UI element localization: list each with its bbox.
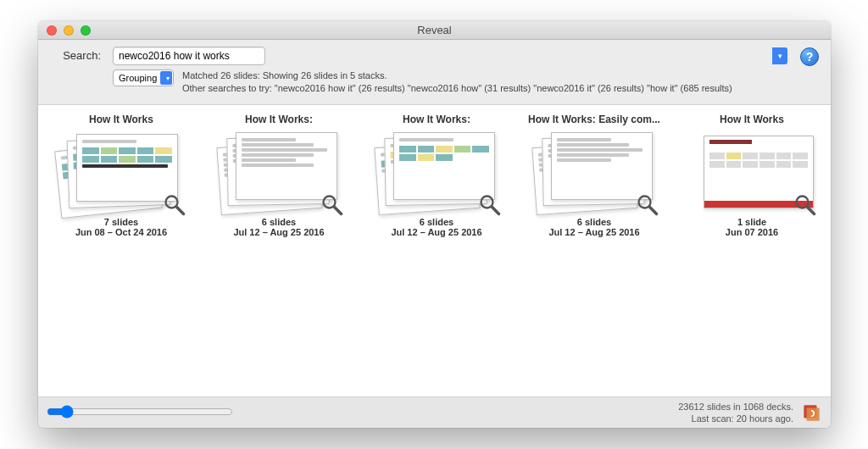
chevron-down-icon: ▾ bbox=[778, 52, 782, 60]
stack-date-range: Jul 12 – Aug 25 2016 bbox=[360, 227, 513, 237]
stack-count: 6 slides bbox=[203, 217, 355, 227]
help-button[interactable]: ? bbox=[800, 47, 819, 66]
stack-count: 1 slide bbox=[676, 217, 828, 227]
magnify-icon[interactable] bbox=[793, 193, 817, 217]
stack-thumbnails bbox=[58, 130, 185, 213]
stack-count: 6 slides bbox=[360, 217, 513, 227]
stack-thumbnails bbox=[373, 130, 500, 213]
stack-date-range: Jun 08 – Oct 24 2016 bbox=[45, 227, 198, 237]
search-input[interactable] bbox=[113, 47, 265, 65]
svg-line-3 bbox=[334, 207, 341, 213]
stack-title: How It Works: Easily com... bbox=[518, 114, 670, 125]
stack-title: How It Works bbox=[45, 114, 198, 125]
slide-stack[interactable]: How It Works: Easily com... 6 slides Jul… bbox=[518, 114, 670, 393]
magnify-icon[interactable] bbox=[478, 193, 502, 217]
app-icon[interactable] bbox=[800, 402, 822, 424]
zoom-slider-area bbox=[47, 405, 233, 420]
slide-stack[interactable]: How It Works 1 slide Jun 07 2016 bbox=[676, 114, 828, 393]
status-bar: 23612 slides in 1068 decks. Last scan: 2… bbox=[38, 397, 831, 428]
app-window: Reveal Search: ▾ Grouping ▾ bbox=[38, 21, 831, 428]
window-title: Reveal bbox=[38, 24, 831, 36]
results-summary: Matched 26 slides: Showing 26 slides in … bbox=[182, 69, 732, 82]
stack-date-range: Jul 12 – Aug 25 2016 bbox=[518, 227, 670, 237]
results-grid: How It Works 7 slides Jun 08 – Oct 24 20… bbox=[38, 104, 831, 397]
magnify-icon[interactable] bbox=[163, 193, 186, 217]
stack-title: How It Works: bbox=[203, 114, 355, 125]
svg-rect-11 bbox=[807, 408, 820, 421]
stack-title: How It Works bbox=[676, 114, 828, 125]
search-toolbar: Search: ▾ Grouping ▾ Matched 2 bbox=[38, 40, 831, 99]
magnify-icon[interactable] bbox=[636, 193, 659, 217]
stack-date-range: Jun 07 2016 bbox=[676, 227, 828, 237]
stack-date-range: Jul 12 – Aug 25 2016 bbox=[203, 227, 355, 237]
grouping-select-wrap: Grouping ▾ bbox=[113, 69, 174, 86]
svg-line-9 bbox=[807, 207, 814, 213]
library-count: 23612 slides in 1068 decks. bbox=[678, 401, 793, 413]
svg-line-5 bbox=[492, 207, 498, 213]
stack-title: How It Works: bbox=[360, 114, 513, 125]
last-scan: Last scan: 20 hours ago. bbox=[678, 413, 793, 424]
stack-thumbnails bbox=[688, 130, 815, 213]
stack-count: 7 slides bbox=[45, 217, 198, 227]
slide-stack[interactable]: How It Works: 6 slides Jul 12 – Aug 25 2… bbox=[360, 114, 513, 393]
magnify-icon[interactable] bbox=[320, 193, 344, 217]
search-dropdown-button[interactable]: ▾ bbox=[772, 47, 787, 64]
svg-line-1 bbox=[176, 207, 183, 213]
grouping-select[interactable]: Grouping bbox=[113, 69, 174, 86]
stack-count: 6 slides bbox=[518, 217, 670, 227]
slide-stack[interactable]: How It Works 7 slides Jun 08 – Oct 24 20… bbox=[45, 114, 198, 393]
search-label: Search: bbox=[50, 47, 101, 62]
chevron-updown-icon: ▾ bbox=[166, 75, 170, 82]
zoom-slider[interactable] bbox=[47, 405, 233, 419]
search-hints: Matched 26 slides: Showing 26 slides in … bbox=[182, 69, 732, 96]
help-icon: ? bbox=[806, 50, 814, 64]
stack-thumbnails bbox=[215, 130, 342, 213]
search-suggestions: Other searches to try: "newco2016 how it… bbox=[182, 82, 732, 95]
stack-thumbnails bbox=[531, 130, 658, 213]
titlebar: Reveal bbox=[38, 21, 831, 40]
slide-stack[interactable]: How It Works: 6 slides Jul 12 – Aug 25 2… bbox=[203, 114, 355, 393]
svg-line-7 bbox=[649, 207, 656, 213]
